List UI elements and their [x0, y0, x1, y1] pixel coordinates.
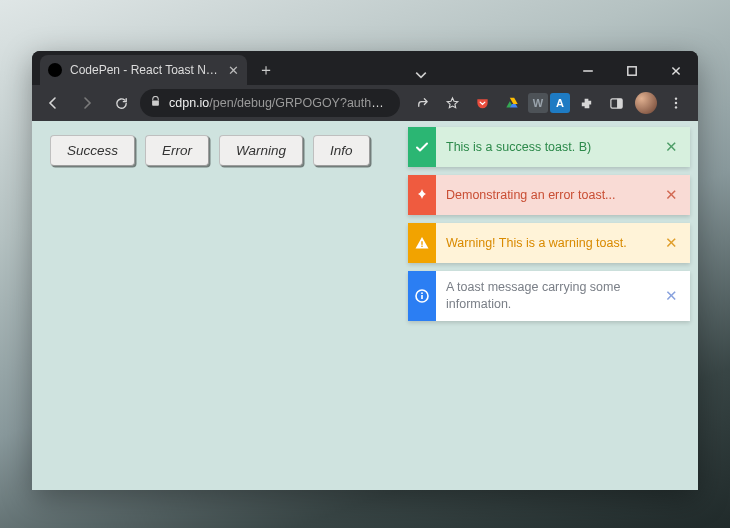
favicon-icon [48, 63, 62, 77]
browser-titlebar: CodePen - React Toast Notificati ✕ ＋ [32, 51, 698, 85]
extensions-icon[interactable] [572, 89, 600, 117]
reload-button[interactable] [106, 88, 136, 118]
drive-icon[interactable] [498, 89, 526, 117]
back-button[interactable] [38, 88, 68, 118]
lock-icon [150, 96, 161, 110]
browser-window: CodePen - React Toast Notificati ✕ ＋ cdp… [32, 51, 698, 490]
tab-close-icon[interactable]: ✕ [228, 63, 239, 78]
toast-close-icon[interactable]: ✕ [661, 185, 682, 205]
info-button[interactable]: Info [313, 135, 370, 166]
svg-point-5 [675, 102, 677, 104]
browser-toolbar: cdpn.io/pen/debug/GRPOGOY?authenticatio.… [32, 85, 698, 121]
extension-w-icon[interactable]: W [528, 93, 548, 113]
bookmark-icon[interactable] [438, 89, 466, 117]
extension-a-icon[interactable]: A [550, 93, 570, 113]
menu-icon[interactable] [662, 89, 690, 117]
forward-button[interactable] [72, 88, 102, 118]
url-text: cdpn.io/pen/debug/GRPOGOY?authenticatio.… [169, 96, 390, 110]
error-button[interactable]: Error [145, 135, 209, 166]
toast-message: Warning! This is a warning toast. [446, 235, 661, 252]
toast-message: This is a success toast. B) [446, 139, 661, 156]
svg-rect-7 [421, 241, 422, 245]
toast-close-icon[interactable]: ✕ [661, 286, 682, 306]
warning-icon [408, 223, 436, 263]
info-icon [408, 271, 436, 321]
toast-message: A toast message carrying some informatio… [446, 279, 661, 313]
svg-rect-1 [152, 101, 159, 106]
browser-tab[interactable]: CodePen - React Toast Notificati ✕ [40, 55, 247, 85]
svg-point-4 [675, 97, 677, 99]
error-icon [408, 175, 436, 215]
svg-rect-10 [421, 295, 423, 299]
success-icon [408, 127, 436, 167]
svg-rect-3 [617, 98, 622, 107]
toast-container: This is a success toast. B)✕Demonstratin… [408, 127, 690, 329]
toast-close-icon[interactable]: ✕ [661, 233, 682, 253]
toast-error: Demonstrating an error toast...✕ [408, 175, 690, 215]
address-bar[interactable]: cdpn.io/pen/debug/GRPOGOY?authenticatio.… [140, 89, 400, 117]
share-icon[interactable] [408, 89, 436, 117]
toast-warning: Warning! This is a warning toast.✕ [408, 223, 690, 263]
tabs-dropdown-icon[interactable] [406, 69, 436, 81]
sidepanel-icon[interactable] [602, 89, 630, 117]
maximize-button[interactable] [610, 57, 654, 85]
warning-button[interactable]: Warning [219, 135, 303, 166]
toast-success: This is a success toast. B)✕ [408, 127, 690, 167]
svg-rect-11 [421, 292, 423, 294]
pocket-icon[interactable] [468, 89, 496, 117]
close-window-button[interactable] [654, 57, 698, 85]
tab-title: CodePen - React Toast Notificati [70, 63, 220, 77]
minimize-button[interactable] [566, 57, 610, 85]
success-button[interactable]: Success [50, 135, 135, 166]
window-controls [566, 57, 698, 85]
toast-message: Demonstrating an error toast... [446, 187, 661, 204]
page-content: SuccessErrorWarningInfo This is a succes… [32, 121, 698, 490]
profile-avatar[interactable] [632, 89, 660, 117]
toast-info: A toast message carrying some informatio… [408, 271, 690, 321]
toast-close-icon[interactable]: ✕ [661, 137, 682, 157]
svg-rect-8 [421, 246, 422, 247]
new-tab-button[interactable]: ＋ [253, 57, 279, 83]
svg-point-6 [675, 106, 677, 108]
svg-rect-0 [628, 67, 636, 75]
